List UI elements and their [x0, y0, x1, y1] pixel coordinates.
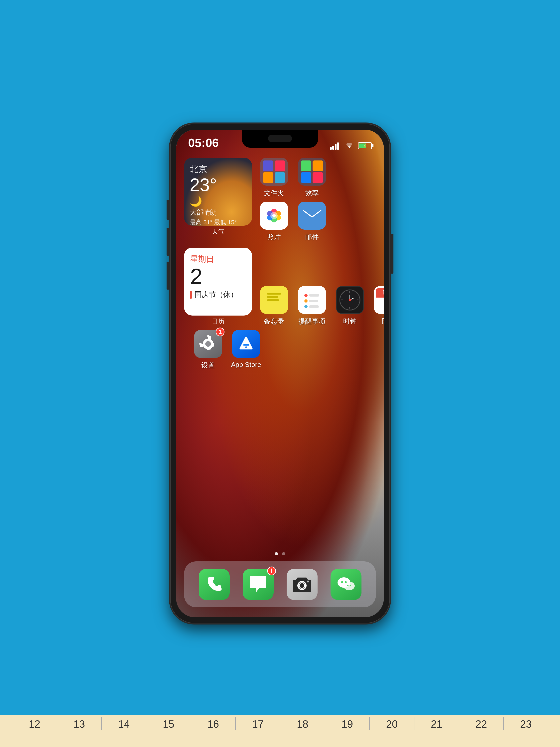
camera-dock-icon	[287, 569, 318, 600]
svg-point-22	[304, 305, 308, 308]
photos-label: 照片	[267, 232, 281, 241]
svg-point-20	[304, 299, 308, 303]
svg-rect-3	[337, 143, 339, 150]
wechat-dock-icon	[330, 569, 362, 600]
right-apps: 文件夹	[258, 158, 376, 241]
phone-dock-icon	[199, 569, 230, 600]
notes-reminders-col: 备忘录	[258, 286, 328, 326]
ruler-mark: 20	[369, 717, 414, 730]
app-item-folder[interactable]: 文件夹	[258, 158, 290, 198]
app-item-photos[interactable]: 照片	[258, 202, 290, 241]
ruler-mark: 15	[146, 717, 191, 730]
dock-phone[interactable]	[199, 569, 230, 600]
app-item-settings[interactable]: 1 设置	[192, 330, 224, 370]
clock-row: 时钟 周日 2 日历	[334, 286, 384, 326]
svg-point-42	[341, 581, 343, 583]
app-row-2: 照片 邮件	[258, 202, 376, 241]
notes-app-icon	[260, 286, 288, 314]
ruler-mark: 22	[459, 717, 504, 730]
workbench: 05:06	[0, 0, 560, 747]
ruler-marks: 121314151617181920212223	[0, 717, 560, 730]
home-content: 北京 23° 🌙 大部晴朗 最高 31° 最低 15° 天气	[176, 154, 384, 617]
status-time: 05:06	[188, 136, 219, 150]
calendar-widget-container: 星期日 2 国庆节（休） 日历	[184, 248, 252, 326]
svg-point-18	[304, 294, 308, 297]
mail-label: 邮件	[305, 232, 319, 241]
ruler-mark: 18	[280, 717, 325, 730]
app-item-clock[interactable]: 时钟	[334, 286, 366, 326]
efficiency-icon	[298, 158, 326, 186]
weather-city: 北京	[190, 163, 246, 175]
ruler-mark: 17	[235, 717, 280, 730]
svg-point-44	[347, 585, 348, 586]
notes-row: 备忘录	[258, 286, 328, 326]
reminders-app-icon	[298, 286, 326, 314]
weather-widget[interactable]: 北京 23° 🌙 大部晴朗 最高 31° 最低 15°	[184, 158, 252, 226]
status-icons: ⚡	[330, 142, 372, 150]
mail-app-icon	[298, 202, 326, 230]
calendar-widget[interactable]: 星期日 2 国庆节（休）	[184, 248, 252, 315]
clock-label: 时钟	[343, 317, 357, 326]
top-row: 北京 23° 🌙 大部晴朗 最高 31° 最低 15° 天气	[184, 158, 376, 241]
svg-rect-15	[267, 296, 278, 298]
svg-rect-14	[267, 293, 281, 294]
bottom-row: 1 设置	[184, 330, 376, 370]
folder-label: 文件夹	[264, 188, 284, 198]
phone-device: 05:06	[170, 124, 390, 623]
messages-badge: !	[267, 567, 276, 575]
weather-moon: 🌙	[190, 196, 246, 207]
app-item-notes[interactable]: 备忘录	[258, 286, 290, 326]
svg-rect-0	[330, 147, 332, 150]
weather-label: 天气	[184, 227, 252, 236]
page-dots	[275, 552, 285, 556]
dock-wechat[interactable]	[330, 569, 362, 600]
volume-down-button[interactable]	[166, 262, 169, 289]
svg-point-39	[307, 581, 309, 583]
ruler-mark: 12	[12, 717, 57, 730]
ruler-mark: 19	[325, 717, 370, 730]
svg-point-31	[349, 299, 351, 301]
app-item-appstore[interactable]: App Store	[230, 330, 262, 370]
weather-minmax: 最高 31° 最低 15°	[190, 218, 246, 226]
clock-app-icon	[336, 286, 364, 314]
appstore-app-icon	[232, 330, 260, 358]
calendar-label: 日历	[184, 317, 252, 326]
ruler-mark: 23	[503, 717, 548, 730]
ruler-mark: 13	[57, 717, 102, 730]
cal-event: 国庆节（休）	[190, 290, 246, 300]
svg-point-11	[270, 212, 277, 219]
svg-point-35	[205, 341, 211, 347]
volume-up-button[interactable]	[166, 228, 169, 256]
cal-weekday: 星期日	[190, 254, 246, 264]
second-row: 星期日 2 国庆节（休） 日历	[184, 248, 376, 326]
phone-screen: 05:06	[176, 130, 384, 617]
appstore-label: App Store	[231, 361, 261, 368]
dock: !	[184, 561, 376, 607]
ruler: 121314151617181920212223	[0, 715, 560, 747]
power-button[interactable]	[391, 234, 394, 274]
app-item-calendar-small[interactable]: 周日 2 日历	[372, 286, 384, 326]
ruler-mark: 14	[101, 717, 146, 730]
folder-icon	[260, 158, 288, 186]
dock-messages[interactable]: !	[243, 569, 274, 600]
battery-icon: ⚡	[358, 142, 372, 149]
clock-calendar-col: 时钟 周日 2 日历	[334, 286, 384, 326]
reminders-label: 提醒事项	[298, 317, 325, 326]
svg-point-43	[345, 581, 347, 583]
app-row-1: 文件夹	[258, 158, 376, 198]
cal-event-bar	[190, 291, 192, 299]
app-item-mail[interactable]: 邮件	[296, 202, 328, 241]
notes-label: 备忘录	[264, 317, 284, 326]
svg-rect-12	[303, 209, 321, 222]
svg-rect-19	[309, 294, 319, 297]
dock-camera[interactable]	[287, 569, 318, 600]
ruler-mark: 16	[191, 717, 236, 730]
app-item-efficiency[interactable]: 效率	[296, 158, 328, 198]
mute-button[interactable]	[166, 200, 169, 220]
app-item-reminders[interactable]: 提醒事项	[296, 286, 328, 326]
calendar-small-app-icon: 周日 2	[374, 286, 384, 314]
weather-temp: 23°	[190, 176, 246, 194]
settings-badge: 1	[216, 328, 224, 336]
svg-rect-23	[309, 305, 319, 308]
weather-widget-container: 北京 23° 🌙 大部晴朗 最高 31° 最低 15° 天气	[184, 158, 252, 241]
